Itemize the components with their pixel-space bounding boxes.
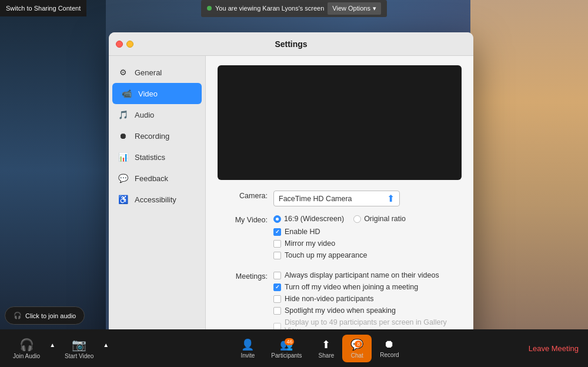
participants-icon-area: 👥 46 <box>280 338 293 352</box>
toolbar-right: Leave Meeting <box>529 344 588 353</box>
join-audio-text: Click to join audio <box>25 312 76 319</box>
headset-icon: 🎧 <box>14 312 22 319</box>
radio-inner-dot <box>276 218 279 221</box>
video-icon: 📹 <box>121 88 132 99</box>
chat-icon-area: 💬 8 <box>350 338 363 352</box>
sidebar-item-feedback[interactable]: 💬 Feedback <box>109 168 205 189</box>
participants-button[interactable]: 👥 46 Participants <box>263 335 310 362</box>
share-label: Share <box>319 352 335 359</box>
sidebar-item-general[interactable]: ⚙ General <box>109 62 205 83</box>
always-display-checkbox[interactable] <box>273 272 281 279</box>
invite-label: Invite <box>240 352 255 359</box>
camera-dropdown[interactable]: FaceTime HD Camera ⬆ <box>273 191 400 206</box>
audio-btn-group: 🎧 Join Audio ▲ <box>6 334 58 363</box>
share-icon: ⬆ <box>322 338 330 351</box>
ratio-original-option[interactable]: Original ratio <box>353 215 406 223</box>
switch-sharing-button[interactable]: Switch to Sharing Content <box>0 0 86 16</box>
meetings-label: Meetings: <box>218 271 268 281</box>
ratio-original-radio[interactable] <box>353 215 361 223</box>
my-video-label: My Video: <box>218 215 268 224</box>
chevron-down-icon: ▾ <box>373 5 376 12</box>
bg-right-panel <box>470 0 588 341</box>
turn-off-video-row: ✓ Turn off my video when joining a meeti… <box>273 283 462 291</box>
minimize-button[interactable] <box>126 41 133 48</box>
start-video-button[interactable]: 📷 Start Video <box>58 334 101 363</box>
start-video-label: Start Video <box>65 353 93 359</box>
top-bar: Switch to Sharing Content You are viewin… <box>0 0 588 16</box>
record-icon: ⏺ <box>384 338 395 351</box>
sidebar-item-video[interactable]: 📹 Video <box>112 83 202 104</box>
record-label: Record <box>380 352 399 358</box>
ratio-16-9-option[interactable]: 16:9 (Widescreen) <box>273 215 344 223</box>
hide-non-video-checkbox[interactable] <box>273 295 281 303</box>
turn-off-video-checkbox[interactable]: ✓ <box>273 283 281 291</box>
camera-off-icon: 📷 <box>72 338 86 352</box>
invite-icon: 👤 <box>241 338 254 351</box>
join-audio-bubble[interactable]: 🎧 Click to join audio <box>5 306 85 325</box>
accessibility-icon: ♿ <box>117 193 129 205</box>
always-display-label: Always display participant name on their… <box>285 271 439 279</box>
view-options-button[interactable]: View Options ▾ <box>328 2 381 15</box>
hide-non-video-row: Hide non-video participants <box>273 295 462 303</box>
settings-sidebar: ⚙ General 📹 Video 🎵 Audio ⏺ Recording 📊 … <box>109 56 206 344</box>
my-video-controls: 16:9 (Widescreen) Original ratio ✓ Enabl… <box>273 215 462 263</box>
touch-up-label: Touch up my appearance <box>285 251 367 259</box>
record-button[interactable]: ⏺ Record <box>372 335 407 362</box>
chat-badge: 8 <box>355 341 362 348</box>
audio-chevron-icon[interactable]: ▲ <box>47 342 58 348</box>
feedback-icon: 💬 <box>117 172 129 184</box>
share-button[interactable]: ⬆ Share <box>310 335 343 362</box>
enable-hd-checkbox[interactable]: ✓ <box>273 228 281 236</box>
dialog-title: Settings <box>275 39 307 49</box>
settings-content: Camera: FaceTime HD Camera ⬆ My Video: <box>206 56 473 344</box>
spotlight-row: Spotlight my video when speaking <box>273 306 462 315</box>
spotlight-label: Spotlight my video when speaking <box>285 306 396 315</box>
enable-hd-label: Enable HD <box>285 228 320 236</box>
dialog-titlebar: Settings <box>109 32 473 56</box>
touch-up-checkbox[interactable] <box>273 252 281 259</box>
hide-non-video-label: Hide non-video participants <box>285 295 373 303</box>
mirror-video-label: Mirror my video <box>285 239 335 248</box>
toolbar-center: 👤 Invite 👥 46 Participants ⬆ Share 💬 8 C… <box>111 335 528 362</box>
gear-icon: ⚙ <box>117 66 129 78</box>
sidebar-item-audio[interactable]: 🎵 Audio <box>109 104 205 125</box>
checkmark-icon2: ✓ <box>275 284 280 290</box>
meetings-setting-row: Meetings: Always display participant nam… <box>218 271 462 338</box>
mirror-video-row: Mirror my video <box>273 239 462 248</box>
screen-share-text: You are viewing Karan Lyons's screen <box>215 5 324 12</box>
leave-meeting-button[interactable]: Leave Meeting <box>529 344 579 353</box>
join-audio-button[interactable]: 🎧 Join Audio <box>6 334 47 363</box>
touch-up-row: Touch up my appearance <box>273 251 462 259</box>
screen-active-dot <box>207 6 212 11</box>
checkmark-icon: ✓ <box>275 229 280 235</box>
always-display-row: Always display participant name on their… <box>273 271 462 279</box>
chat-button[interactable]: 💬 8 Chat <box>342 335 372 362</box>
screen-share-badge: You are viewing Karan Lyons's screen Vie… <box>201 0 387 17</box>
sidebar-item-accessibility[interactable]: ♿ Accessibility <box>109 189 205 210</box>
ratio-16-9-radio[interactable] <box>273 215 281 223</box>
video-chevron-icon[interactable]: ▲ <box>101 342 111 348</box>
bg-left-panel <box>0 0 106 341</box>
dropdown-arrow-icon: ⬆ <box>387 193 395 204</box>
enable-hd-row: ✓ Enable HD <box>273 228 462 236</box>
dialog-body: ⚙ General 📹 Video 🎵 Audio ⏺ Recording 📊 … <box>109 56 473 344</box>
participants-label: Participants <box>271 352 302 359</box>
join-audio-label: Join Audio <box>13 353 40 359</box>
mirror-video-checkbox[interactable] <box>273 240 281 248</box>
traffic-lights <box>116 41 133 48</box>
meetings-controls: Always display participant name on their… <box>273 271 462 338</box>
sidebar-item-recording[interactable]: ⏺ Recording <box>109 125 205 146</box>
video-preview <box>218 65 462 180</box>
ratio-radio-row: 16:9 (Widescreen) Original ratio <box>273 215 462 223</box>
close-button[interactable] <box>116 41 123 48</box>
video-btn-group: 📷 Start Video ▲ <box>58 334 111 363</box>
sidebar-item-statistics[interactable]: 📊 Statistics <box>109 146 205 168</box>
spotlight-checkbox[interactable] <box>273 307 281 315</box>
recording-icon: ⏺ <box>117 130 129 142</box>
invite-button[interactable]: 👤 Invite <box>232 335 263 362</box>
my-video-setting-row: My Video: 16:9 (Widescreen) Original rat… <box>218 215 462 263</box>
statistics-icon: 📊 <box>117 151 129 163</box>
camera-setting-row: Camera: FaceTime HD Camera ⬆ <box>218 191 462 206</box>
audio-icon: 🎵 <box>117 109 129 121</box>
participants-badge: 46 <box>285 338 294 345</box>
